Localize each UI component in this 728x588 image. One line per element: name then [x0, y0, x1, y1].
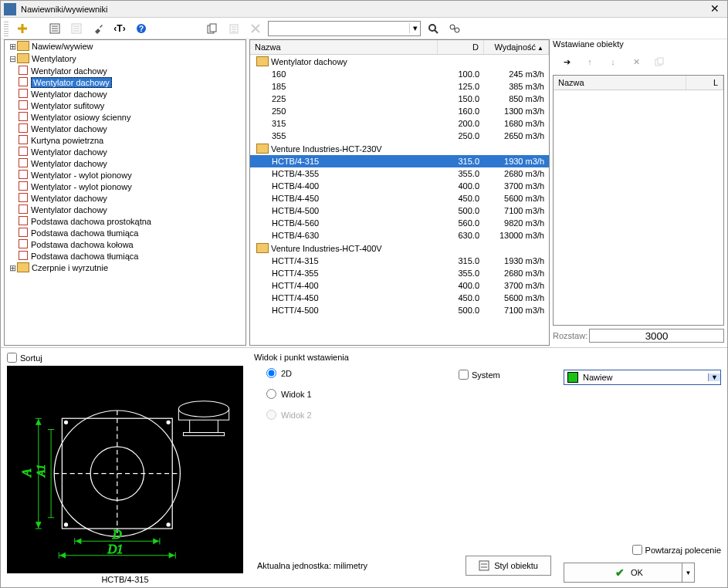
list-row[interactable]: 355250.02650 m3/h — [250, 130, 549, 142]
col-d[interactable]: D — [438, 40, 484, 54]
duplicate-icon[interactable] — [650, 53, 669, 70]
col-l[interactable]: L — [686, 76, 723, 90]
window-title: Nawiewniki/wywiewniki — [21, 5, 706, 14]
text-button[interactable]: ‹T› — [110, 20, 129, 37]
close-button[interactable]: ✕ — [706, 2, 724, 16]
list-row[interactable]: HCTB/4-450450.05600 m3/h — [250, 192, 549, 204]
system-checkbox[interactable]: System — [459, 370, 551, 380]
add-button[interactable] — [13, 20, 32, 37]
svg-point-18 — [167, 421, 170, 424]
move-right-icon[interactable]: ➔ — [557, 53, 576, 70]
svg-rect-25 — [479, 561, 489, 570]
search-input[interactable]: ▾ — [268, 21, 421, 36]
inserted-objects-pane: Wstawiane obiekty ➔ ↑ ↓ ✕ Nazwa L — [553, 39, 724, 346]
object-style-button[interactable]: Styl obiektu — [466, 556, 551, 576]
svg-point-9 — [455, 28, 459, 32]
list-row[interactable]: HCTB/4-355355.02680 m3/h — [250, 167, 549, 180]
ok-dropdown[interactable]: ▼ — [682, 563, 694, 582]
list-group[interactable]: Venture Industries-HCT-400V — [250, 242, 549, 255]
list-row[interactable]: HCTT/4-355355.02680 m3/h — [250, 267, 549, 279]
sort-checkbox[interactable] — [7, 353, 17, 363]
svg-point-7 — [429, 25, 435, 31]
tree-item[interactable]: Wentylator - wylot pionowy — [19, 169, 245, 181]
move-down-icon[interactable]: ↓ — [604, 53, 622, 70]
list-row[interactable]: 160100.0245 m3/h — [250, 68, 549, 80]
radio-view1[interactable]: Widok 1 — [266, 389, 459, 399]
sort-label: Sortuj — [20, 353, 42, 363]
list-row[interactable]: HCTT/4-500500.07100 m3/h — [250, 304, 549, 316]
col-capacity[interactable]: Wydajność▲ — [484, 40, 549, 54]
list-row[interactable]: 185125.0385 m3/h — [250, 80, 549, 93]
ok-button[interactable]: ✔ OK ▼ — [564, 563, 695, 583]
dialog-window: Nawiewniki/wywiewniki ✕ ‹T› ? — [0, 0, 728, 588]
tree-folder[interactable]: Wentylatory — [17, 54, 76, 63]
tree-item[interactable]: Wentylator dachowy — [19, 192, 245, 204]
tree-folder[interactable]: Nawiew/wywiew — [17, 42, 93, 51]
unit-label: Aktualna jednostka: milimetry — [257, 561, 367, 570]
delete-button[interactable] — [246, 20, 265, 37]
toolbar-grip — [4, 21, 8, 36]
item-list[interactable]: Nazwa D Wydajność▲ Wentylator dachowy160… — [249, 39, 550, 346]
radio-2d[interactable]: 2D — [266, 368, 459, 378]
properties-button[interactable] — [46, 20, 64, 37]
tree-item[interactable]: Wentylator dachowy — [19, 65, 245, 76]
tree-twisty[interactable]: ⊟ — [8, 54, 17, 64]
svg-text:A: A — [19, 468, 34, 478]
tools-button[interactable] — [89, 20, 107, 37]
tree-item[interactable]: Wentylator dachowy — [19, 123, 245, 134]
svg-point-19 — [64, 523, 67, 526]
list-row[interactable]: HCTT/4-450450.05600 m3/h — [250, 292, 549, 304]
spacing-input[interactable] — [589, 329, 724, 343]
search-icon[interactable] — [424, 20, 442, 37]
tree-item[interactable]: Wentylator dachowy — [19, 157, 245, 169]
list-row[interactable]: HCTT/4-400400.03700 m3/h — [250, 279, 549, 292]
tree-item[interactable]: Kurtyna powietrzna — [19, 134, 245, 146]
preview-canvas: A A1 D D1 — [7, 366, 243, 573]
remove-icon[interactable]: ✕ — [627, 53, 645, 70]
inserted-objects-title: Wstawiane obiekty — [553, 39, 724, 52]
help-button[interactable]: ? — [132, 20, 151, 37]
tree-item[interactable]: Wentylator sufitowy — [19, 100, 245, 111]
tree-item[interactable]: Wentylator dachowy — [19, 146, 245, 157]
svg-text:D: D — [112, 527, 122, 542]
svg-point-20 — [167, 523, 170, 526]
tree-item[interactable]: Wentylator dachowy — [19, 88, 245, 100]
list-row[interactable]: HCTB/4-630630.013000 m3/h — [250, 229, 549, 242]
paste-button[interactable] — [225, 20, 243, 37]
list-group[interactable]: Venture Industries-HCT-230V — [250, 142, 549, 155]
tree-item[interactable]: Wentylator - wylot pionowy — [19, 181, 245, 192]
col-name[interactable]: Nazwa — [250, 40, 438, 54]
tree-item[interactable]: Podstawa dachowa prostokątna — [19, 215, 245, 227]
list-row[interactable]: HCTB/4-315315.01930 m3/h — [250, 155, 549, 167]
tree-twisty[interactable]: ⊞ — [8, 42, 17, 52]
search-dropdown[interactable]: ▾ — [409, 23, 420, 33]
list-row[interactable]: HCTB/4-400400.03700 m3/h — [250, 180, 549, 192]
list-row[interactable]: 225150.0850 m3/h — [250, 93, 549, 105]
find-next-icon[interactable] — [445, 20, 464, 37]
tree-item[interactable]: Wentylator dachowy — [19, 204, 245, 215]
radio-view2: Widok 2 — [266, 410, 459, 420]
copy-button[interactable] — [203, 20, 222, 37]
tree-twisty[interactable]: ⊞ — [8, 263, 17, 273]
list-group[interactable]: Wentylator dachowy — [250, 55, 549, 68]
category-tree[interactable]: ⊞Nawiew/wywiew⊟WentylatoryWentylator dac… — [4, 39, 246, 346]
chevron-down-icon[interactable]: ▼ — [708, 373, 720, 381]
list-row[interactable]: HCTT/4-315315.01930 m3/h — [250, 255, 549, 267]
tree-item[interactable]: Podstawa dachowa kołowa — [19, 238, 245, 250]
inserted-objects-list[interactable]: Nazwa L — [553, 75, 724, 326]
repeat-checkbox[interactable]: Powtarzaj polecenie — [564, 545, 721, 555]
col-name-r[interactable]: Nazwa — [554, 76, 686, 90]
list-row[interactable]: HCTB/4-500500.07100 m3/h — [250, 204, 549, 217]
tree-item[interactable]: Podstawa dachowa tłumiąca — [19, 227, 245, 238]
list-row[interactable]: HCTB/4-560560.09820 m3/h — [250, 217, 549, 229]
tree-folder[interactable]: Czerpnie i wyrzutnie — [17, 263, 108, 272]
list-row[interactable]: 315200.01680 m3/h — [250, 117, 549, 130]
tree-item[interactable]: Podstawa dachowa tłumiąca — [19, 250, 245, 262]
move-up-icon[interactable]: ↑ — [581, 53, 599, 70]
svg-point-17 — [64, 421, 67, 424]
flow-type-combo[interactable]: Nawiew ▼ — [564, 370, 721, 385]
tree-item[interactable]: Wentylator dachowy — [19, 76, 245, 88]
list-button[interactable] — [67, 20, 86, 37]
tree-item[interactable]: Wentylator osiowy ścienny — [19, 111, 245, 123]
list-row[interactable]: 250160.01300 m3/h — [250, 105, 549, 117]
